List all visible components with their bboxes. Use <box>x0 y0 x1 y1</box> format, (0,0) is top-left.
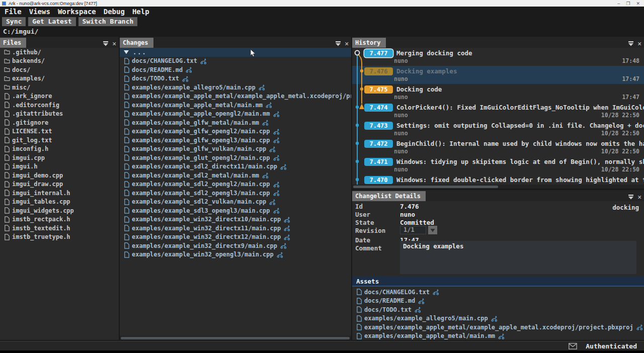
close-icon[interactable]: ✕ <box>345 41 349 47</box>
file-tree-item[interactable]: imgui_tables.cpp <box>0 198 119 207</box>
restore-button[interactable]: ❐ <box>626 1 630 6</box>
close-icon[interactable]: ✕ <box>112 41 116 47</box>
file-icon <box>356 289 364 295</box>
file-tree-item[interactable]: imconfig.h <box>0 145 119 154</box>
commit-row[interactable]: 7.472BeginChild(): Internal name used by… <box>352 138 644 156</box>
changed-file-row[interactable]: examples/example_sdl2_vulkan/main.cpp <box>120 198 351 207</box>
scrollbar-thumb[interactable] <box>121 337 350 339</box>
file-tree-item[interactable]: LICENSE.txt <box>0 127 119 136</box>
commit-row[interactable]: 7.476Docking examplesnuno17:47 <box>352 66 644 84</box>
changed-file-row[interactable]: examples/example_win32_opengl3/main.cpp <box>120 250 351 259</box>
mail-icon[interactable] <box>569 343 577 349</box>
file-tree-item[interactable]: imgui_internal.h <box>0 189 119 198</box>
changed-file-row[interactable]: docs/TODO.txt <box>120 74 351 83</box>
changed-file-row[interactable]: examples/example_apple_opengl2/main.mm <box>120 110 351 119</box>
close-icon[interactable]: ✕ <box>637 41 641 47</box>
asset-file-row[interactable]: docs/CHANGELOG.txt <box>352 288 644 297</box>
asset-file-row[interactable]: docs/TODO.txt <box>352 305 644 314</box>
changed-file-row[interactable]: examples/example_glfw_vulkan/main.cpp <box>120 145 351 154</box>
sync-button[interactable]: Sync <box>2 17 26 26</box>
get-latest-button[interactable]: Get Latest <box>28 17 75 26</box>
file-tree-item[interactable]: imgui.cpp <box>0 153 119 162</box>
file-icon <box>356 333 364 339</box>
menu-help[interactable]: Help <box>132 8 149 16</box>
close-button[interactable]: ✕ <box>636 1 640 6</box>
file-icon <box>356 324 364 330</box>
changed-file-row[interactable]: examples/example_sdl2_directx11/main.cpp <box>120 162 351 171</box>
change-arrows-icon <box>280 163 287 170</box>
changed-file-row[interactable]: examples/example_glfw_metal/main.mm <box>120 118 351 127</box>
changed-file-row[interactable]: examples/example_sdl2_opengl3/main.cpp <box>120 189 351 198</box>
changelist-group-row[interactable]: ... <box>120 48 351 57</box>
file-tree-item[interactable]: examples/ <box>0 74 119 83</box>
chevron-down-icon[interactable] <box>124 50 133 54</box>
commit-row[interactable]: 7.477Merging docking codenuno17:48 <box>352 48 644 66</box>
filter-icon[interactable] <box>628 192 634 202</box>
commit-author: nuno <box>394 57 408 64</box>
changed-file-row[interactable]: examples/example_sdl2_metal/main.mm <box>120 171 351 180</box>
changed-file-row[interactable]: examples/example_glfw_opengl3/main.cpp <box>120 136 351 145</box>
tab-changelist-details[interactable]: Changelist Details <box>352 191 426 201</box>
filter-icon[interactable] <box>628 39 634 48</box>
scrollbar-thumb[interactable] <box>353 186 498 188</box>
comment-field[interactable]: Docking examples <box>400 241 636 274</box>
changed-file-row[interactable]: examples/example_win32_directx9/main.cpp <box>120 241 351 250</box>
commit-row[interactable]: 7.473Settings: omit outputing Collapsed=… <box>352 120 644 138</box>
file-tree-item[interactable]: imstb_truetype.h <box>0 233 119 242</box>
filter-icon[interactable] <box>335 39 341 48</box>
changed-file-row[interactable]: examples/example_glut_opengl2/main.cpp <box>120 153 351 162</box>
file-tree-item[interactable]: .gitattributes <box>0 110 119 119</box>
file-tree-item[interactable]: imgui_draw.cpp <box>0 180 119 189</box>
asset-file-row[interactable]: examples/example_apple_metal/main.mm <box>352 332 644 340</box>
file-tree-item[interactable]: .ark_ignore <box>0 92 119 101</box>
branch-name: docking <box>612 204 639 211</box>
menu-file[interactable]: File <box>5 8 22 16</box>
changed-file-row[interactable]: docs/CHANGELOG.txt <box>120 57 351 66</box>
changed-file-row[interactable]: examples/example_apple_metal/main.mm <box>120 101 351 110</box>
asset-file-row[interactable]: docs/README.md <box>352 297 644 306</box>
history-horizontal-scrollbar[interactable] <box>352 185 644 189</box>
file-tree-item[interactable]: imstb_rectpack.h <box>0 215 119 224</box>
asset-file-row[interactable]: examples/example_apple_metal/example_app… <box>352 323 644 332</box>
field-label-comment: Comment <box>355 244 382 252</box>
item-label: .ark_ignore <box>12 93 52 100</box>
changed-file-row[interactable]: examples/example_win32_directx10/main.cp… <box>120 215 351 224</box>
file-tree-item[interactable]: .gitignore <box>0 118 119 127</box>
changed-file-row[interactable]: examples/example_allegro5/main.cpp <box>120 83 351 92</box>
file-tree-item[interactable]: git_log.txt <box>0 136 119 145</box>
commit-row[interactable]: 7.470Windows: fixed double-clicked borde… <box>352 174 644 185</box>
file-tree-item[interactable]: imgui_widgets.cpp <box>0 206 119 215</box>
asset-file-row[interactable]: examples/example_allegro5/main.cpp <box>352 314 644 323</box>
file-tree-item[interactable]: imgui.h <box>0 162 119 171</box>
menu-workspace[interactable]: Workspace <box>58 8 96 16</box>
file-tree-item[interactable]: docs/ <box>0 65 119 74</box>
tab-changes[interactable]: Changes <box>120 38 153 48</box>
changed-file-row[interactable]: examples/example_sdl3_opengl3/main.cpp <box>120 206 351 215</box>
changed-file-row[interactable]: examples/example_apple_metal/example_app… <box>120 92 351 101</box>
filter-icon[interactable] <box>103 39 109 48</box>
menu-views[interactable]: Views <box>29 8 50 16</box>
changed-file-row[interactable]: examples/example_glfw_opengl2/main.cpp <box>120 127 351 136</box>
file-tree-item[interactable]: misc/ <box>0 83 119 92</box>
revision-value[interactable]: 1/1 <box>400 226 426 234</box>
file-tree-item[interactable]: .github/ <box>0 48 119 57</box>
file-tree-item[interactable]: imstb_textedit.h <box>0 224 119 233</box>
changed-file-row[interactable]: examples/example_win32_directx11/main.cp… <box>120 224 351 233</box>
minimize-button[interactable]: – <box>617 1 620 6</box>
changed-file-row[interactable]: examples/example_sdl2_opengl2/main.cpp <box>120 180 351 189</box>
tab-files[interactable]: Files <box>0 38 26 48</box>
revision-dropdown-button[interactable] <box>428 226 437 234</box>
file-tree-item[interactable]: imgui_demo.cpp <box>0 171 119 180</box>
file-tree-item[interactable]: backends/ <box>0 57 119 66</box>
changed-file-row[interactable]: docs/README.md <box>120 65 351 74</box>
commit-row[interactable]: 7.471Windows: tidying up skipitems logic… <box>352 156 644 174</box>
switch-branch-button[interactable]: Switch Branch <box>78 17 138 26</box>
close-icon[interactable]: ✕ <box>637 194 641 200</box>
menu-debug[interactable]: Debug <box>104 8 125 16</box>
commit-row[interactable]: 7.474ColorPicker4(): Fixed ImGuiColorEdi… <box>352 102 644 120</box>
commit-row[interactable]: 7.475Docking codenuno17:47 <box>352 84 644 102</box>
tab-history[interactable]: History <box>352 38 386 48</box>
changed-file-row[interactable]: examples/example_win32_directx12/main.cp… <box>120 233 351 242</box>
file-tree-item[interactable]: .editorconfig <box>0 101 119 110</box>
changes-horizontal-scrollbar[interactable] <box>120 336 351 340</box>
